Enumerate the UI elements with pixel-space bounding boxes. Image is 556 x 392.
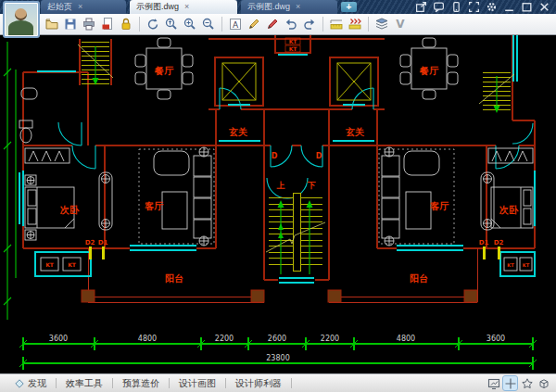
statusbar-separator <box>291 378 292 388</box>
statusbar-right-icons <box>486 376 550 390</box>
print-icon[interactable] <box>80 15 98 33</box>
toolbar-separator <box>368 17 369 32</box>
layers-icon[interactable] <box>373 15 391 33</box>
dim-text: 2200 <box>215 335 234 343</box>
statusbar-item-budget-pricing[interactable]: 预算造价 <box>113 377 169 390</box>
user-avatar[interactable] <box>3 1 40 38</box>
favorite-star-icon[interactable] <box>520 376 534 390</box>
label-d2-left: D2 <box>85 239 95 247</box>
label-dining-left: 餐厅 <box>154 66 174 76</box>
dimension-lines-bottom: 3600 4800 2200 2600 2200 4800 3600 23800 <box>19 335 537 370</box>
status-bar: 发现 效率工具 预算造价 设计画图 设计师利器 <box>0 373 556 392</box>
measure-length-icon[interactable] <box>327 15 346 33</box>
rotate-view-icon[interactable] <box>144 15 162 33</box>
label-shaft-ac-2: KT <box>289 45 298 52</box>
label-living-left: 客厅 <box>144 201 164 211</box>
label-balcony-right: 阳台 <box>410 273 428 284</box>
label-shaft-ac-1: KT <box>289 38 298 44</box>
tab-label: 起始页 <box>47 1 72 13</box>
stairs-center <box>269 193 322 271</box>
more-tools-icon[interactable]: V <box>391 15 410 33</box>
dim-text: 2200 <box>321 335 339 343</box>
close-tab-icon[interactable]: × <box>296 3 300 11</box>
feedback-icon[interactable] <box>433 1 445 13</box>
label-balcony-left: 阳台 <box>165 273 183 284</box>
titlebar: 起始页 × 示例图.dwg × 示例图.dwg × + <box>0 0 556 14</box>
mobile-icon[interactable] <box>450 1 462 13</box>
label-stairs-down: 下 <box>308 181 317 190</box>
furniture-living-right <box>379 147 494 246</box>
label-living-right: 客厅 <box>429 201 449 211</box>
zoom-fit-icon[interactable] <box>162 15 181 33</box>
elevator-left <box>222 63 256 100</box>
statusbar-item-designer-tools[interactable]: 设计师利器 <box>226 377 291 390</box>
label-ac-left-1: KT <box>45 261 55 268</box>
minimize-icon[interactable] <box>503 1 515 13</box>
dimension-lines-left <box>4 42 16 320</box>
application-window: 起始页 × 示例图.dwg × 示例图.dwg × + <box>0 0 556 392</box>
settings-gear-icon[interactable] <box>486 1 498 13</box>
tab-label: 示例图.dwg <box>136 1 179 13</box>
dim-text: 3600 <box>486 335 505 343</box>
svg-text:A: A <box>233 20 239 30</box>
text-annotate-icon[interactable]: A <box>226 15 245 33</box>
open-file-icon[interactable] <box>43 15 61 33</box>
maximize-icon[interactable] <box>521 1 533 13</box>
label-d2-right: D2 <box>494 239 504 247</box>
redo-icon[interactable] <box>300 15 319 33</box>
dim-text: 4800 <box>397 335 415 343</box>
label-stairs-up: 上 <box>276 181 285 190</box>
label-door-right: D <box>316 152 322 160</box>
room-labels: 餐厅 餐厅 玄关 玄关 客厅 客厅 次卧 次卧 阳台 阳台 上 下 D D D2… <box>45 38 530 284</box>
statusbar-item-design-drawing[interactable]: 设计画图 <box>170 377 225 390</box>
undo-icon[interactable] <box>282 15 300 33</box>
close-tab-icon[interactable]: × <box>184 3 189 11</box>
label-ac-left-2: KT <box>68 261 77 268</box>
crosshair-icon[interactable] <box>503 376 517 390</box>
new-tab-button[interactable]: + <box>341 2 357 12</box>
share-icon[interactable] <box>415 1 427 13</box>
save-icon[interactable] <box>61 15 80 33</box>
label-d1-right: D1 <box>479 239 489 247</box>
label-bedroom-left: 次卧 <box>59 205 80 215</box>
label-foyer-left: 玄关 <box>228 127 247 137</box>
label-foyer-right: 玄关 <box>345 127 364 137</box>
viewport-icon[interactable] <box>486 376 500 390</box>
dim-total-text: 23800 <box>266 354 289 362</box>
dim-text: 3600 <box>49 335 68 343</box>
zoom-in-icon[interactable] <box>181 15 199 33</box>
toolbar-separator <box>139 17 140 32</box>
cube-3d-icon[interactable] <box>537 376 550 390</box>
close-icon[interactable] <box>538 1 550 13</box>
tab-drawing-2[interactable]: 示例图.dwg × <box>241 0 337 14</box>
export-pdf-icon[interactable] <box>98 15 117 33</box>
statusbar-item-discover[interactable]: 发现 <box>6 377 56 390</box>
label-dining-right: 餐厅 <box>419 66 439 76</box>
tab-label: 示例图.dwg <box>247 1 290 13</box>
discover-icon <box>15 379 24 388</box>
elevator-right <box>337 63 371 100</box>
dim-text: 2600 <box>268 335 286 343</box>
label-ac-right-1: KT <box>507 262 514 268</box>
tab-start-page[interactable]: 起始页 × <box>41 0 126 14</box>
tab-drawing-1[interactable]: 示例图.dwg × <box>130 0 237 14</box>
close-tab-icon[interactable]: × <box>78 3 82 11</box>
toolbar: A V <box>0 14 556 35</box>
measure-continuous-icon[interactable] <box>346 15 364 33</box>
furniture-bedroom-left <box>25 148 74 240</box>
marker-annotate-icon[interactable] <box>263 15 282 33</box>
fullscreen-icon[interactable] <box>468 1 480 13</box>
pencil-annotate-icon[interactable] <box>245 15 263 33</box>
drawing-canvas[interactable]: 3600 4800 2200 2600 2200 4800 3600 23800… <box>0 35 556 373</box>
label-bedroom-right: 次卧 <box>499 205 519 215</box>
furniture-bedroom-right <box>488 148 533 228</box>
toolbar-separator <box>221 17 222 32</box>
toolbar-separator <box>322 17 323 32</box>
statusbar-item-efficiency-tools[interactable]: 效率工具 <box>57 377 112 390</box>
tab-bar: 起始页 × 示例图.dwg × 示例图.dwg × + <box>41 0 357 14</box>
doors <box>58 88 533 198</box>
avatar-face <box>15 8 27 20</box>
zoom-out-icon[interactable] <box>199 15 218 33</box>
lock-icon[interactable] <box>117 15 135 33</box>
titlebar-icons <box>415 1 550 13</box>
